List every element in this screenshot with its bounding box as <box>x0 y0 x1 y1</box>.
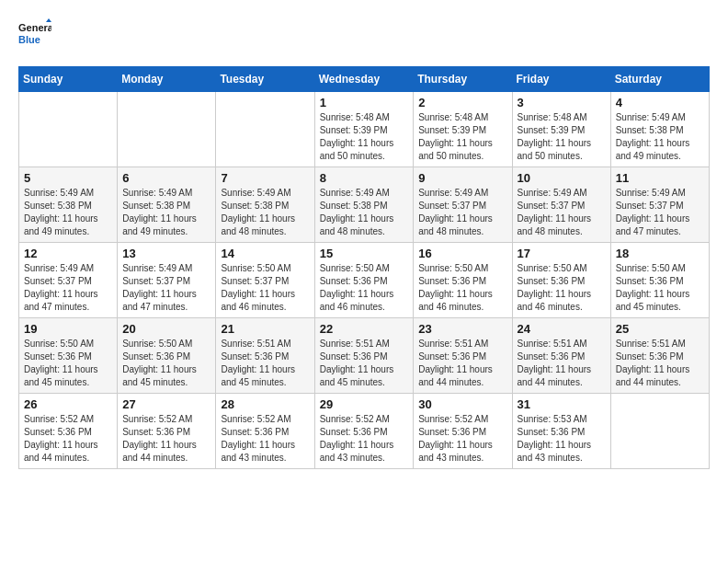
day-info: Sunrise: 5:48 AM Sunset: 5:39 PM Dayligh… <box>518 111 606 163</box>
calendar-header-thursday: Thursday <box>414 67 512 92</box>
day-number: 2 <box>418 96 506 109</box>
day-number: 29 <box>320 397 409 411</box>
day-number: 7 <box>221 171 309 185</box>
day-info: Sunrise: 5:49 AM Sunset: 5:38 PM Dayligh… <box>24 187 112 238</box>
calendar-cell: 3Sunrise: 5:48 AM Sunset: 5:39 PM Daylig… <box>512 92 610 167</box>
calendar-week-row: 5Sunrise: 5:49 AM Sunset: 5:38 PM Daylig… <box>19 167 710 243</box>
day-number: 9 <box>418 171 506 185</box>
day-number: 27 <box>122 397 210 411</box>
logo: General Blue <box>18 18 51 52</box>
day-info: Sunrise: 5:51 AM Sunset: 5:36 PM Dayligh… <box>418 338 506 389</box>
day-number: 11 <box>616 171 704 185</box>
calendar-cell: 23Sunrise: 5:51 AM Sunset: 5:36 PM Dayli… <box>414 318 512 394</box>
calendar-cell: 21Sunrise: 5:51 AM Sunset: 5:36 PM Dayli… <box>216 318 314 394</box>
day-info: Sunrise: 5:49 AM Sunset: 5:37 PM Dayligh… <box>24 262 112 314</box>
day-info: Sunrise: 5:49 AM Sunset: 5:38 PM Dayligh… <box>122 187 210 238</box>
calendar-cell: 24Sunrise: 5:51 AM Sunset: 5:36 PM Dayli… <box>512 318 610 394</box>
day-number: 4 <box>616 96 704 109</box>
day-info: Sunrise: 5:51 AM Sunset: 5:36 PM Dayligh… <box>518 338 606 389</box>
day-number: 15 <box>320 247 409 260</box>
calendar-cell: 28Sunrise: 5:52 AM Sunset: 5:36 PM Dayli… <box>216 394 314 469</box>
day-number: 20 <box>122 322 210 336</box>
day-info: Sunrise: 5:48 AM Sunset: 5:39 PM Dayligh… <box>320 111 409 163</box>
day-info: Sunrise: 5:48 AM Sunset: 5:39 PM Dayligh… <box>418 111 506 163</box>
calendar-header-saturday: Saturday <box>610 67 709 92</box>
calendar-cell: 1Sunrise: 5:48 AM Sunset: 5:39 PM Daylig… <box>314 92 414 167</box>
day-info: Sunrise: 5:50 AM Sunset: 5:36 PM Dayligh… <box>320 262 409 314</box>
day-number: 10 <box>518 171 606 185</box>
day-info: Sunrise: 5:51 AM Sunset: 5:36 PM Dayligh… <box>320 338 409 389</box>
day-info: Sunrise: 5:50 AM Sunset: 5:36 PM Dayligh… <box>518 262 606 314</box>
calendar-week-row: 1Sunrise: 5:48 AM Sunset: 5:39 PM Daylig… <box>19 92 710 167</box>
calendar-cell: 8Sunrise: 5:49 AM Sunset: 5:38 PM Daylig… <box>314 167 414 243</box>
calendar-cell: 4Sunrise: 5:49 AM Sunset: 5:38 PM Daylig… <box>610 92 709 167</box>
day-number: 19 <box>24 322 112 336</box>
calendar-cell: 14Sunrise: 5:50 AM Sunset: 5:37 PM Dayli… <box>216 243 314 318</box>
calendar-cell: 17Sunrise: 5:50 AM Sunset: 5:36 PM Dayli… <box>512 243 610 318</box>
day-info: Sunrise: 5:49 AM Sunset: 5:37 PM Dayligh… <box>616 187 704 238</box>
calendar-cell: 18Sunrise: 5:50 AM Sunset: 5:36 PM Dayli… <box>610 243 709 318</box>
calendar-table: SundayMondayTuesdayWednesdayThursdayFrid… <box>18 66 710 469</box>
calendar-cell: 5Sunrise: 5:49 AM Sunset: 5:38 PM Daylig… <box>19 167 118 243</box>
day-info: Sunrise: 5:49 AM Sunset: 5:37 PM Dayligh… <box>418 187 506 238</box>
day-info: Sunrise: 5:53 AM Sunset: 5:36 PM Dayligh… <box>518 413 606 465</box>
logo-graphic: General Blue <box>18 18 51 52</box>
calendar-cell: 29Sunrise: 5:52 AM Sunset: 5:36 PM Dayli… <box>314 394 414 469</box>
day-number: 21 <box>221 322 309 336</box>
calendar-cell: 7Sunrise: 5:49 AM Sunset: 5:38 PM Daylig… <box>216 167 314 243</box>
day-number: 3 <box>518 96 606 109</box>
page-header: General Blue <box>18 18 710 52</box>
calendar-week-row: 12Sunrise: 5:49 AM Sunset: 5:37 PM Dayli… <box>19 243 710 318</box>
day-info: Sunrise: 5:49 AM Sunset: 5:38 PM Dayligh… <box>616 111 704 163</box>
day-number: 26 <box>24 397 112 411</box>
day-number: 12 <box>24 247 112 260</box>
calendar-cell: 20Sunrise: 5:50 AM Sunset: 5:36 PM Dayli… <box>118 318 216 394</box>
day-number: 14 <box>221 247 309 260</box>
day-info: Sunrise: 5:51 AM Sunset: 5:36 PM Dayligh… <box>221 338 309 389</box>
day-info: Sunrise: 5:52 AM Sunset: 5:36 PM Dayligh… <box>24 413 112 465</box>
calendar-cell <box>19 92 118 167</box>
calendar-cell <box>610 394 709 469</box>
day-number: 16 <box>418 247 506 260</box>
day-info: Sunrise: 5:49 AM Sunset: 5:37 PM Dayligh… <box>518 187 606 238</box>
day-info: Sunrise: 5:50 AM Sunset: 5:37 PM Dayligh… <box>221 262 309 314</box>
day-info: Sunrise: 5:52 AM Sunset: 5:36 PM Dayligh… <box>221 413 309 465</box>
calendar-cell <box>118 92 216 167</box>
calendar-cell: 30Sunrise: 5:52 AM Sunset: 5:36 PM Dayli… <box>414 394 512 469</box>
day-info: Sunrise: 5:49 AM Sunset: 5:38 PM Dayligh… <box>221 187 309 238</box>
calendar-cell: 31Sunrise: 5:53 AM Sunset: 5:36 PM Dayli… <box>512 394 610 469</box>
day-info: Sunrise: 5:52 AM Sunset: 5:36 PM Dayligh… <box>418 413 506 465</box>
day-info: Sunrise: 5:50 AM Sunset: 5:36 PM Dayligh… <box>418 262 506 314</box>
calendar-cell <box>216 92 314 167</box>
calendar-cell: 26Sunrise: 5:52 AM Sunset: 5:36 PM Dayli… <box>19 394 118 469</box>
calendar-header-row: SundayMondayTuesdayWednesdayThursdayFrid… <box>19 67 710 92</box>
calendar-header-wednesday: Wednesday <box>314 67 414 92</box>
calendar-cell: 11Sunrise: 5:49 AM Sunset: 5:37 PM Dayli… <box>610 167 709 243</box>
day-info: Sunrise: 5:52 AM Sunset: 5:36 PM Dayligh… <box>122 413 210 465</box>
calendar-cell: 9Sunrise: 5:49 AM Sunset: 5:37 PM Daylig… <box>414 167 512 243</box>
calendar-cell: 13Sunrise: 5:49 AM Sunset: 5:37 PM Dayli… <box>118 243 216 318</box>
day-number: 5 <box>24 171 112 185</box>
day-number: 28 <box>221 397 309 411</box>
day-number: 23 <box>418 322 506 336</box>
svg-text:General: General <box>18 22 51 33</box>
calendar-week-row: 19Sunrise: 5:50 AM Sunset: 5:36 PM Dayli… <box>19 318 710 394</box>
calendar-cell: 6Sunrise: 5:49 AM Sunset: 5:38 PM Daylig… <box>118 167 216 243</box>
day-number: 22 <box>320 322 409 336</box>
calendar-week-row: 26Sunrise: 5:52 AM Sunset: 5:36 PM Dayli… <box>19 394 710 469</box>
calendar-cell: 19Sunrise: 5:50 AM Sunset: 5:36 PM Dayli… <box>19 318 118 394</box>
calendar-cell: 10Sunrise: 5:49 AM Sunset: 5:37 PM Dayli… <box>512 167 610 243</box>
calendar-cell: 2Sunrise: 5:48 AM Sunset: 5:39 PM Daylig… <box>414 92 512 167</box>
day-info: Sunrise: 5:51 AM Sunset: 5:36 PM Dayligh… <box>616 338 704 389</box>
calendar-header-monday: Monday <box>118 67 216 92</box>
calendar-cell: 27Sunrise: 5:52 AM Sunset: 5:36 PM Dayli… <box>118 394 216 469</box>
day-number: 24 <box>518 322 606 336</box>
day-number: 30 <box>418 397 506 411</box>
day-number: 8 <box>320 171 409 185</box>
calendar-header-friday: Friday <box>512 67 610 92</box>
day-number: 6 <box>122 171 210 185</box>
day-number: 18 <box>616 247 704 260</box>
day-number: 1 <box>320 96 409 109</box>
day-info: Sunrise: 5:49 AM Sunset: 5:37 PM Dayligh… <box>122 262 210 314</box>
calendar-cell: 16Sunrise: 5:50 AM Sunset: 5:36 PM Dayli… <box>414 243 512 318</box>
